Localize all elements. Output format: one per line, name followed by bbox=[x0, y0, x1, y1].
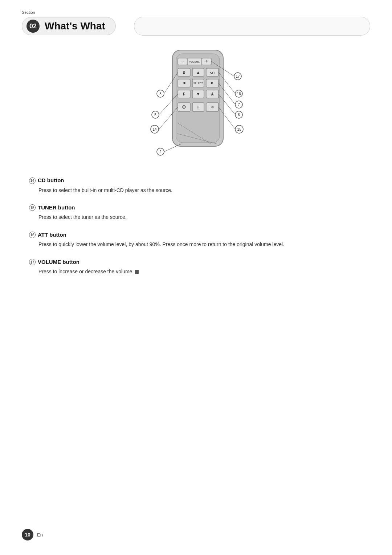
svg-text:−: − bbox=[181, 58, 184, 64]
svg-text:B: B bbox=[183, 70, 185, 74]
svg-text:15: 15 bbox=[237, 127, 241, 131]
svg-text:A: A bbox=[211, 92, 213, 96]
item-15-header: 15 TUNER button bbox=[29, 204, 370, 212]
svg-line-58 bbox=[164, 144, 181, 152]
svg-text:5: 5 bbox=[154, 113, 156, 117]
footer: 10 En bbox=[22, 529, 43, 540]
item-17-desc: Press to increase or decrease the volume… bbox=[29, 268, 370, 276]
page: Section 02 What's What − VOLUME bbox=[0, 0, 392, 555]
item-14-desc: Press to select the built-in or multi-CD… bbox=[29, 186, 370, 194]
item-15-desc: Press to select the tuner as the source. bbox=[29, 213, 370, 221]
item-14-number: 14 bbox=[29, 177, 36, 184]
svg-text:17: 17 bbox=[236, 74, 240, 78]
item-16-section: 16 ATT button Press to quickly lower the… bbox=[22, 232, 370, 249]
section-number: 02 bbox=[26, 20, 40, 33]
svg-text:2: 2 bbox=[159, 150, 162, 154]
item-17-number: 17 bbox=[29, 259, 36, 265]
section-badge: 02 What's What bbox=[22, 17, 116, 35]
item-15-title: TUNER button bbox=[38, 204, 75, 211]
svg-text:VOLUME: VOLUME bbox=[189, 61, 200, 63]
svg-text:ATT: ATT bbox=[210, 71, 215, 74]
item-16-number: 16 bbox=[29, 232, 36, 238]
item-16-header: 16 ATT button bbox=[29, 232, 370, 239]
svg-text:►: ► bbox=[210, 80, 215, 85]
item-16-title: ATT button bbox=[38, 232, 66, 238]
svg-text:⏸: ⏸ bbox=[196, 105, 200, 109]
svg-text:7: 7 bbox=[238, 103, 240, 107]
item-17-header: 17 VOLUME button bbox=[29, 259, 370, 266]
svg-text:▲: ▲ bbox=[196, 70, 200, 74]
item-14-title: CD button bbox=[38, 177, 64, 183]
header: 02 What's What bbox=[22, 11, 370, 36]
end-mark bbox=[135, 270, 139, 274]
footer-language: En bbox=[37, 532, 43, 538]
section-label: Section bbox=[22, 10, 35, 15]
item-15-section: 15 TUNER button Press to select the tune… bbox=[22, 204, 370, 221]
item-16-desc: Press to quickly lower the volume level,… bbox=[29, 240, 370, 248]
page-number-badge: 10 bbox=[22, 529, 33, 540]
item-17-section: 17 VOLUME button Press to increase or de… bbox=[22, 259, 370, 276]
svg-text:16: 16 bbox=[237, 92, 241, 96]
item-14-header: 14 CD button bbox=[29, 177, 370, 184]
svg-text:8: 8 bbox=[159, 92, 162, 96]
remote-area: − VOLUME + B ▲ ATT ◄ SELECT bbox=[22, 46, 370, 163]
header-right-box bbox=[134, 17, 370, 36]
svg-text:⊙: ⊙ bbox=[182, 104, 186, 110]
svg-text:≋: ≋ bbox=[211, 105, 214, 110]
remote-diagram: − VOLUME + B ▲ ATT ◄ SELECT bbox=[134, 46, 258, 163]
item-14-section: 14 CD button Press to select the built-i… bbox=[22, 177, 370, 194]
section-title: What's What bbox=[45, 20, 105, 32]
item-17-title: VOLUME button bbox=[38, 259, 79, 265]
svg-text:▼: ▼ bbox=[196, 92, 200, 96]
svg-text:◄: ◄ bbox=[182, 80, 186, 85]
svg-text:6: 6 bbox=[238, 113, 240, 117]
svg-text:SELECT: SELECT bbox=[193, 82, 203, 85]
item-15-number: 15 bbox=[29, 204, 36, 211]
svg-text:F: F bbox=[183, 92, 185, 96]
svg-text:+: + bbox=[205, 58, 208, 64]
svg-text:14: 14 bbox=[152, 127, 157, 131]
